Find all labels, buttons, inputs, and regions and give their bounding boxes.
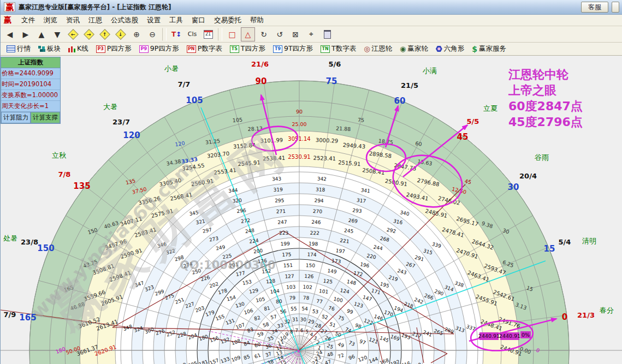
svg-text:224: 224	[249, 238, 259, 244]
svg-text:222: 222	[310, 230, 320, 236]
svg-text:90: 90	[296, 109, 303, 115]
ribbon-label: T四方形	[241, 44, 265, 53]
svg-text:272: 272	[241, 218, 251, 224]
ribbon-winner-wheel[interactable]: ◉赢家轮	[397, 44, 431, 54]
svg-text:101: 101	[319, 288, 329, 295]
ribbon-p-table[interactable]: PNP数字表	[184, 44, 225, 54]
shift-up-button[interactable]: ↑	[98, 27, 112, 41]
svg-text:317: 317	[357, 198, 366, 204]
ribbon-label: 板块	[47, 44, 61, 53]
menu-item-公式选股[interactable]: 公式选股	[106, 15, 143, 26]
calc-support-button[interactable]: 计算支撑	[31, 112, 60, 123]
ribbon-p-square[interactable]: P3P四方形	[93, 44, 134, 54]
svg-text:269: 269	[348, 218, 358, 224]
calc-resistance-button[interactable]: 计算阻力	[1, 112, 31, 123]
svg-text:126: 126	[304, 273, 314, 279]
ribbon-kline[interactable]: K线	[66, 44, 91, 54]
brand-logo-icon: 赢	[4, 15, 11, 25]
ribbon-hexagon[interactable]: 六角形	[433, 44, 467, 54]
svg-text:大暑: 大暑	[103, 103, 117, 111]
close-box-button[interactable]: ⊠	[288, 27, 303, 41]
svg-text:31: 31	[292, 317, 299, 322]
ribbon-quotes[interactable]: 行情	[4, 44, 33, 54]
t-line-button[interactable]: T↕	[169, 27, 183, 41]
fit-center-button[interactable]: ⌖	[304, 27, 318, 41]
badge-icon: P9	[139, 45, 149, 53]
svg-text:247: 247	[277, 219, 287, 225]
menu-item-帮助[interactable]: 帮助	[246, 15, 268, 26]
delete-button[interactable]	[320, 27, 334, 41]
ribbon-label: K线	[77, 44, 88, 53]
svg-text:7/8: 7/8	[58, 170, 71, 178]
ribbon-sectors[interactable]: 板块	[35, 44, 63, 54]
svg-text:75: 75	[326, 76, 337, 86]
zoom-out-button[interactable]: ⊖	[145, 27, 159, 41]
svg-text:104: 104	[270, 288, 280, 295]
menu-item-工具[interactable]: 工具	[165, 15, 187, 26]
pan-up-button[interactable]: ▲	[34, 27, 49, 41]
ribbon-9t-square[interactable]: T99T四方形	[270, 44, 316, 54]
gann-wheel-chart[interactable]: 01530456075901051201351501651800.003.136…	[1, 56, 622, 364]
partial-button[interactable]	[612, 2, 619, 13]
svg-text:245: 245	[344, 228, 354, 234]
toolbar-separator	[162, 28, 167, 41]
instrument-values: 价格=2440.9099时间=20190104变换系数=1.00000周天变化步…	[1, 68, 60, 112]
svg-text:120: 120	[123, 130, 140, 140]
calendar-button[interactable]: 21	[201, 27, 215, 41]
svg-text:2440.91: 2440.91	[499, 333, 520, 339]
dollar-icon: $	[472, 45, 477, 53]
svg-text:60: 60	[394, 96, 406, 106]
svg-text:小满: 小满	[422, 67, 437, 75]
svg-text:立秋: 立秋	[52, 151, 67, 159]
quotes-grid-icon	[7, 45, 15, 52]
cls-button[interactable]: Cls	[185, 27, 199, 41]
ribbon-t-table[interactable]: TNT数字表	[318, 44, 359, 54]
pan-left-button[interactable]: ◀	[3, 27, 17, 41]
shift-left-button[interactable]: ←	[66, 27, 80, 41]
title-bar: 赢 赢家江恩专业版[赢家服务平台] - [上证指数 江恩轮] 客服	[1, 0, 622, 15]
panel-value-row: 时间=20190104	[1, 79, 60, 90]
ribbon-9p-square[interactable]: P99P四方形	[137, 44, 182, 54]
shift-right-button[interactable]: →	[82, 27, 96, 41]
svg-text:2538.41: 2538.41	[263, 155, 286, 162]
svg-text:54: 54	[301, 306, 308, 312]
rotate-ccw-button[interactable]: ↺	[273, 27, 287, 41]
svg-text:103: 103	[286, 284, 296, 290]
svg-text:150: 150	[37, 243, 54, 253]
menu-item-窗口[interactable]: 窗口	[187, 15, 210, 26]
diamond-arrow-icon: →	[84, 29, 94, 40]
menu-item-资讯[interactable]: 资讯	[62, 15, 84, 26]
ribbon-gann-wheel[interactable]: ◎江恩轮	[361, 44, 395, 54]
customer-service-button[interactable]: 客服	[581, 2, 608, 13]
svg-text:152: 152	[262, 268, 271, 275]
svg-text:23/8: 23/8	[21, 238, 38, 246]
svg-text:29: 29	[308, 319, 315, 325]
pan-right-button[interactable]: ▶	[19, 27, 33, 41]
shift-down-button[interactable]: ↓	[114, 27, 128, 41]
pan-down-button[interactable]: ▼	[50, 27, 64, 41]
svg-text:21.88: 21.88	[336, 125, 351, 132]
menu-item-交易委托[interactable]: 交易委托	[210, 15, 246, 26]
panel-value-row: 变换系数=1.00000	[1, 90, 60, 101]
svg-text:5/6: 5/6	[329, 60, 341, 68]
ribbon-t-square[interactable]: TST四方形	[227, 44, 268, 54]
instrument-panel: 上证指数 价格=2440.9099时间=20190104变换系数=1.00000…	[1, 57, 61, 124]
menu-item-设置[interactable]: 设置	[143, 15, 165, 26]
zoom-in-button[interactable]: ⊕	[129, 27, 144, 41]
ribbon-label: T数字表	[331, 44, 356, 53]
toolbar-separator	[218, 28, 222, 41]
triangle-tool-button[interactable]: △	[241, 27, 255, 41]
svg-text:30: 30	[508, 182, 519, 192]
menu-item-文件[interactable]: 文件	[17, 15, 39, 26]
ribbon-label: 赢家服务	[479, 44, 506, 53]
square-tool-button[interactable]: □	[225, 27, 239, 41]
menu-item-江恩[interactable]: 江恩	[84, 15, 106, 26]
svg-text:53: 53	[312, 308, 319, 314]
main-toolbar: ◀▶▲▼←→↑↓⊕⊖T↕Cls21□△↻↺⊠⌖	[1, 26, 622, 43]
svg-text:0%: 0%	[522, 332, 530, 338]
svg-text:223: 223	[279, 230, 289, 236]
rotate-cw-button[interactable]: ↻	[257, 27, 271, 41]
menu-item-浏览[interactable]: 浏览	[39, 15, 62, 26]
trash-icon	[324, 30, 331, 39]
ribbon-service[interactable]: $赢家服务	[469, 44, 509, 54]
